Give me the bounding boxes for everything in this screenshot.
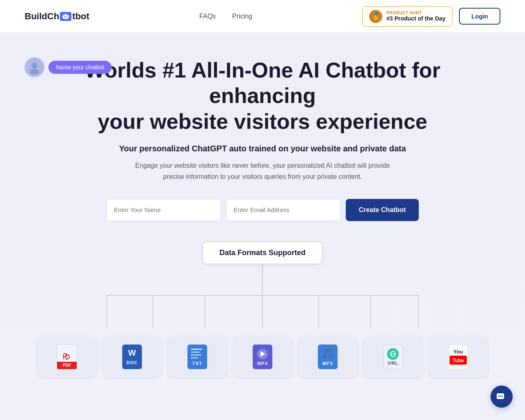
hero-section: Name your chatbot Worlds #1 All-In-One A… bbox=[0, 33, 525, 420]
name-input[interactable] bbox=[106, 199, 221, 221]
hero-title-line1: Worlds #1 All-In-One AI Chatbot for enha… bbox=[84, 58, 441, 107]
hero-description: Engage your website visitors like never … bbox=[131, 160, 394, 182]
hero-subtitle: Your personalized ChatGPT auto trained o… bbox=[25, 144, 500, 153]
create-chatbot-button[interactable]: Create Chatbot bbox=[346, 199, 419, 221]
svg-rect-3 bbox=[65, 14, 66, 15]
logo-text-before: BuildCh bbox=[25, 11, 59, 22]
tree-connector bbox=[66, 262, 459, 345]
product-hunt-badge[interactable]: 🏅 PRODUCT HUNT #3 Product of the Day bbox=[362, 6, 452, 27]
data-formats-title: Data Formats Supported bbox=[203, 242, 322, 264]
logo: BuildCh tbot bbox=[25, 11, 89, 22]
mp4-icon: MP4 bbox=[249, 343, 276, 371]
nav-faqs[interactable]: FAQs bbox=[199, 13, 216, 20]
bubble-label: Name your chatbot bbox=[48, 61, 112, 74]
login-button[interactable]: Login bbox=[459, 8, 500, 25]
svg-rect-6 bbox=[68, 16, 69, 17]
product-hunt-label: PRODUCT HUNT bbox=[386, 11, 445, 15]
product-hunt-text: PRODUCT HUNT #3 Product of the Day bbox=[386, 11, 445, 22]
product-hunt-medal-icon: 🏅 bbox=[369, 10, 382, 23]
svg-point-26 bbox=[502, 396, 503, 397]
pdf-icon: PDF bbox=[54, 343, 80, 371]
svg-point-7 bbox=[32, 63, 37, 68]
mp3-icon: 🎵 MP3 bbox=[315, 343, 341, 371]
format-icons-row: PDF W DOC bbox=[37, 336, 488, 394]
email-input[interactable] bbox=[226, 199, 341, 221]
logo-robot-icon bbox=[60, 12, 71, 21]
chat-widget[interactable] bbox=[491, 386, 513, 408]
logo-text-after: tbot bbox=[72, 11, 89, 22]
hero-title-line2: your website visitors experience bbox=[98, 110, 427, 133]
youtube-icon: You Tube bbox=[445, 343, 471, 371]
svg-point-2 bbox=[66, 16, 67, 17]
svg-point-25 bbox=[500, 396, 501, 397]
nav-pricing[interactable]: Pricing bbox=[232, 13, 252, 20]
signup-form: Create Chatbot bbox=[25, 199, 500, 221]
svg-rect-5 bbox=[62, 16, 63, 17]
url-icon: URL bbox=[380, 343, 406, 371]
svg-point-1 bbox=[64, 16, 65, 17]
hero-title: Worlds #1 All-In-One AI Chatbot for enha… bbox=[78, 57, 447, 134]
product-hunt-title: #3 Product of the Day bbox=[386, 15, 445, 22]
svg-point-24 bbox=[498, 396, 500, 397]
data-formats-section: Data Formats Supported bbox=[25, 242, 500, 394]
nav-right: 🏅 PRODUCT HUNT #3 Product of the Day Log… bbox=[362, 6, 500, 27]
doc-icon: W DOC bbox=[119, 343, 145, 371]
svg-point-8 bbox=[30, 69, 39, 74]
txt-icon: TXT bbox=[184, 343, 210, 371]
svg-rect-0 bbox=[63, 15, 68, 19]
avatar bbox=[25, 57, 44, 77]
chatbot-name-bubble: Name your chatbot bbox=[25, 57, 112, 77]
navbar: BuildCh tbot FAQs Pricing 🏅 PRODUCT HUNT… bbox=[0, 0, 525, 33]
nav-links: FAQs Pricing bbox=[199, 13, 252, 20]
